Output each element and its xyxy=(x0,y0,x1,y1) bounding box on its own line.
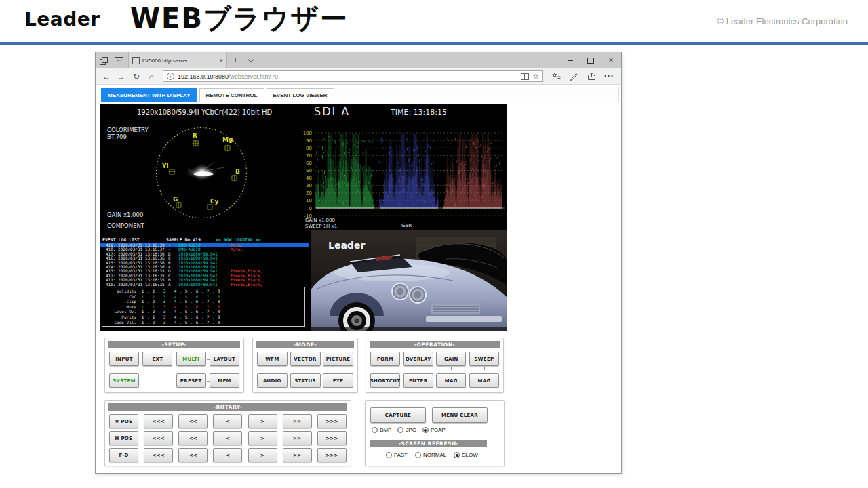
web-notes-pen-icon[interactable] xyxy=(565,72,583,81)
info-icon[interactable]: i xyxy=(167,73,174,80)
normal-radio[interactable]: NORMAL xyxy=(415,452,446,458)
wfm-button[interactable]: WFM xyxy=(257,352,288,366)
event-log-panel: EVENT LOG LIST SAMPLE No.419 << NOW LOGG… xyxy=(100,237,309,331)
close-button[interactable]: × xyxy=(601,52,621,68)
v-pos-button[interactable]: V POS xyxy=(109,414,138,428)
favorite-star-icon[interactable]: ☆ xyxy=(532,73,539,80)
tab-measurement-with-display[interactable]: MEASUREMENT WITH DISPLAY xyxy=(101,88,197,102)
v-pos-back2-button[interactable]: << xyxy=(178,414,208,428)
browser-tab[interactable]: LV5600 http server × xyxy=(128,52,227,68)
v-pos-fwd2-button[interactable]: >> xyxy=(283,414,312,428)
tab-close-icon[interactable]: × xyxy=(216,57,223,64)
form-button[interactable]: FORM xyxy=(370,352,400,366)
url-field[interactable]: i 192.168.0.10:8080/webserver.html?0 ☆ xyxy=(163,70,543,82)
f-d-fwd1-button[interactable]: > xyxy=(248,448,277,462)
tab-remote-control[interactable]: REMOTE CONTROL xyxy=(199,88,264,102)
event-log-sample: SAMPLE No.419 xyxy=(166,237,201,243)
overlay-button[interactable]: OVERLAY xyxy=(403,352,433,366)
minimize-button[interactable] xyxy=(560,52,580,68)
gain-button[interactable]: GAIN xyxy=(436,352,466,366)
audio-channel-value: 1 xyxy=(140,309,145,314)
reading-view-icon[interactable] xyxy=(521,73,529,80)
audio-channel-value: 4 xyxy=(173,304,178,310)
f-d-back1-button[interactable]: < xyxy=(213,448,242,462)
audio-channel-value: 3 xyxy=(162,320,167,325)
favorites-hub-icon[interactable] xyxy=(547,72,565,81)
mem-button[interactable]: MEM xyxy=(210,373,239,388)
pcap-radio[interactable]: PCAP xyxy=(422,427,446,433)
ext-button[interactable]: EXT xyxy=(142,352,172,366)
eye-button[interactable]: EYE xyxy=(323,373,353,388)
f-d-fwd2-button[interactable]: >> xyxy=(283,448,312,462)
more-options-icon[interactable]: ··· xyxy=(600,73,618,80)
audio-channel-separator: . xyxy=(189,320,195,325)
h-pos-button[interactable]: H POS xyxy=(109,431,138,445)
shortcut-button[interactable]: SHORTCUT xyxy=(370,373,400,388)
slow-radio[interactable]: SLOW xyxy=(454,452,478,458)
filter-button[interactable]: FILTER xyxy=(403,373,433,388)
rotary-row: F-D<<<<<<>>>>>> xyxy=(109,448,347,462)
v-pos-back1-button[interactable]: < xyxy=(213,414,242,428)
picture-button[interactable]: PICTURE xyxy=(323,352,353,366)
svg-text:Yl: Yl xyxy=(161,163,169,169)
back-icon[interactable]: ← xyxy=(99,72,114,81)
status-button[interactable]: STATUS xyxy=(290,373,321,388)
bmp-radio[interactable]: BMP xyxy=(372,427,391,433)
f-d-fwd3-button[interactable]: >>> xyxy=(317,448,347,462)
audio-channel-value: 7 xyxy=(205,304,210,310)
h-pos-back3-button[interactable]: <<< xyxy=(144,431,173,445)
home-icon[interactable]: ⌂ xyxy=(144,72,159,81)
mag-button[interactable]: MAG xyxy=(469,373,499,388)
h-pos-fwd3-button[interactable]: >>> xyxy=(317,431,347,445)
tab-preview-chevron-icon[interactable] xyxy=(243,52,258,68)
audio-channel-separator: . xyxy=(145,299,151,304)
v-pos-back3-button[interactable]: <<< xyxy=(144,414,173,428)
h-pos-back1-button[interactable]: < xyxy=(213,431,242,445)
multi-button[interactable]: MULTI xyxy=(176,352,206,366)
f-d-button[interactable]: F-D xyxy=(109,448,138,462)
input-button[interactable]: INPUT xyxy=(109,352,139,366)
set-tabs-aside-icon[interactable] xyxy=(111,52,127,68)
share-icon[interactable] xyxy=(583,72,600,81)
h-pos-fwd1-button[interactable]: > xyxy=(248,431,277,445)
audio-channel-separator: . xyxy=(178,299,184,304)
f-d-back3-button[interactable]: <<< xyxy=(144,448,173,462)
audio-channel-value: 5 xyxy=(184,299,189,304)
mag-button[interactable]: MAG xyxy=(436,373,466,388)
audio-channel-separator: . xyxy=(199,299,205,304)
audio-channel-value: 8 xyxy=(216,294,221,300)
nav-tabs: MEASUREMENT WITH DISPLAYREMOTE CONTROLEV… xyxy=(98,87,619,102)
operation-panel-title: -OPERATION- xyxy=(370,341,500,348)
audio-channel-separator: . xyxy=(199,314,205,320)
radio-label: JPG xyxy=(406,427,416,433)
preset-button[interactable]: PRESET xyxy=(176,373,206,388)
f-d-back2-button[interactable]: << xyxy=(178,448,208,462)
audio-status-label: CRC xyxy=(102,294,140,300)
system-button[interactable]: SYSTEM xyxy=(109,373,139,388)
refresh-icon[interactable]: ↻ xyxy=(129,72,144,81)
maximize-button[interactable] xyxy=(580,52,601,68)
audio-status-box: Validity1.2.3.4.5.6.7.8CRC1.2.3.4.5.6.7.… xyxy=(102,287,305,327)
tab-event-log-viewer[interactable]: EVENT LOG VIEWER xyxy=(267,88,334,102)
layout-button[interactable]: LAYOUT xyxy=(210,352,239,366)
vector-button[interactable]: VECTOR xyxy=(290,352,321,366)
audio-channel-value: 2 xyxy=(151,320,156,325)
h-pos-back2-button[interactable]: << xyxy=(178,431,208,445)
page-title: WEBブラウザー xyxy=(130,0,349,37)
audio-status-row: Code Vil.1.2.3.4.5.6.7.8 xyxy=(102,320,304,325)
audio-channel-value: 4 xyxy=(173,299,178,304)
capture-button[interactable]: CAPTURE xyxy=(370,407,426,423)
sweep-button[interactable]: SWEEP xyxy=(469,352,499,366)
fast-radio[interactable]: FAST xyxy=(386,452,408,458)
h-pos-fwd2-button[interactable]: >> xyxy=(283,431,312,445)
audio-button[interactable]: AUDIO xyxy=(257,373,288,388)
screen-refresh-radios: FASTNORMALSLOW xyxy=(386,452,478,458)
v-pos-fwd1-button[interactable]: > xyxy=(248,414,277,428)
jpg-radio[interactable]: JPG xyxy=(397,427,416,433)
forward-icon[interactable]: → xyxy=(114,72,129,81)
v-pos-fwd3-button[interactable]: >>> xyxy=(317,414,347,428)
menu-clear-button[interactable]: MENU CLEAR xyxy=(432,407,488,423)
show-tab-previews-icon[interactable] xyxy=(96,52,111,68)
waveform-scale-label: 10 xyxy=(298,198,312,203)
new-tab-button[interactable]: + xyxy=(227,52,243,68)
